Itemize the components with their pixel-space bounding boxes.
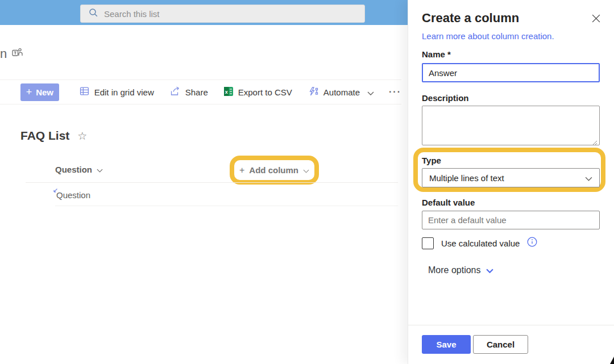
page-title: FAQ List bbox=[20, 129, 69, 143]
grid-icon bbox=[80, 86, 89, 98]
overflow-menu-button[interactable]: ··· bbox=[389, 87, 401, 97]
column-header-question[interactable]: Question bbox=[55, 165, 103, 174]
add-column-button-highlighted[interactable]: + Add column bbox=[230, 156, 319, 185]
panel-title: Create a column bbox=[422, 11, 519, 26]
command-bar: + New Edit in grid view bbox=[0, 80, 401, 104]
calculated-value-row: Use calculated value bbox=[422, 237, 537, 249]
partial-site-title: n bbox=[0, 47, 7, 61]
footer-divider bbox=[408, 325, 614, 325]
close-icon[interactable] bbox=[591, 14, 601, 26]
type-dropdown-value: Multiple lines of text bbox=[429, 173, 504, 183]
svg-text:x: x bbox=[225, 89, 227, 94]
top-search-bar bbox=[0, 0, 408, 25]
table-row-divider bbox=[55, 206, 398, 206]
cancel-button[interactable]: Cancel bbox=[473, 335, 528, 354]
search-box[interactable] bbox=[80, 5, 365, 23]
automate-button[interactable]: Automate bbox=[308, 87, 374, 98]
more-options-label: More options bbox=[428, 265, 481, 275]
use-calculated-value-checkbox[interactable] bbox=[422, 237, 434, 249]
automate-icon bbox=[308, 87, 318, 98]
site-title-row: n bbox=[0, 47, 23, 61]
share-label: Share bbox=[185, 87, 208, 97]
export-to-csv-button[interactable]: x Export to CSV bbox=[224, 87, 292, 98]
share-icon bbox=[170, 86, 180, 98]
info-icon[interactable] bbox=[527, 237, 537, 249]
create-column-panel: Create a column Learn more about column … bbox=[408, 0, 614, 364]
chevron-down-icon bbox=[303, 165, 309, 175]
share-button[interactable]: Share bbox=[170, 86, 208, 98]
learn-more-link[interactable]: Learn more about column creation. bbox=[422, 31, 554, 41]
default-value-label: Default value bbox=[422, 198, 475, 207]
name-label: Name * bbox=[422, 49, 451, 59]
main-area: n + New bbox=[0, 0, 408, 364]
chevron-down-icon bbox=[585, 173, 592, 183]
new-button-label: New bbox=[36, 87, 53, 97]
search-input[interactable] bbox=[104, 9, 349, 19]
save-button[interactable]: Save bbox=[422, 335, 471, 354]
search-icon bbox=[89, 8, 98, 20]
description-label: Description bbox=[422, 93, 469, 103]
chevron-down-icon bbox=[97, 165, 103, 174]
teams-icon bbox=[12, 48, 23, 61]
plus-icon: + bbox=[239, 165, 244, 175]
excel-icon: x bbox=[224, 87, 233, 98]
default-value-field[interactable] bbox=[422, 211, 600, 229]
chevron-down-icon bbox=[486, 265, 493, 275]
description-textarea[interactable] bbox=[422, 106, 600, 145]
plus-icon: + bbox=[26, 86, 32, 98]
column-header-label: Question bbox=[55, 165, 92, 174]
edit-in-grid-view-label: Edit in grid view bbox=[94, 87, 154, 97]
export-to-csv-label: Export to CSV bbox=[238, 87, 292, 97]
name-field[interactable] bbox=[422, 63, 600, 82]
add-column-label: Add column bbox=[249, 165, 298, 175]
sharepoint-list-page: n + New bbox=[0, 0, 614, 364]
favorite-star-icon[interactable]: ☆ bbox=[77, 129, 87, 143]
edit-in-grid-view-button[interactable]: Edit in grid view bbox=[80, 86, 154, 98]
chevron-down-icon bbox=[367, 87, 374, 97]
list-title-row: FAQ List ☆ bbox=[20, 128, 87, 143]
table-header-divider bbox=[26, 182, 398, 183]
use-calculated-value-label: Use calculated value bbox=[441, 239, 520, 248]
table-row-question-cell[interactable]: Question bbox=[56, 190, 90, 200]
more-options-button[interactable]: More options bbox=[428, 265, 493, 275]
automate-label: Automate bbox=[323, 87, 360, 97]
new-button[interactable]: + New bbox=[20, 83, 59, 101]
type-label: Type bbox=[422, 156, 441, 165]
type-dropdown[interactable]: Multiple lines of text bbox=[422, 168, 600, 187]
